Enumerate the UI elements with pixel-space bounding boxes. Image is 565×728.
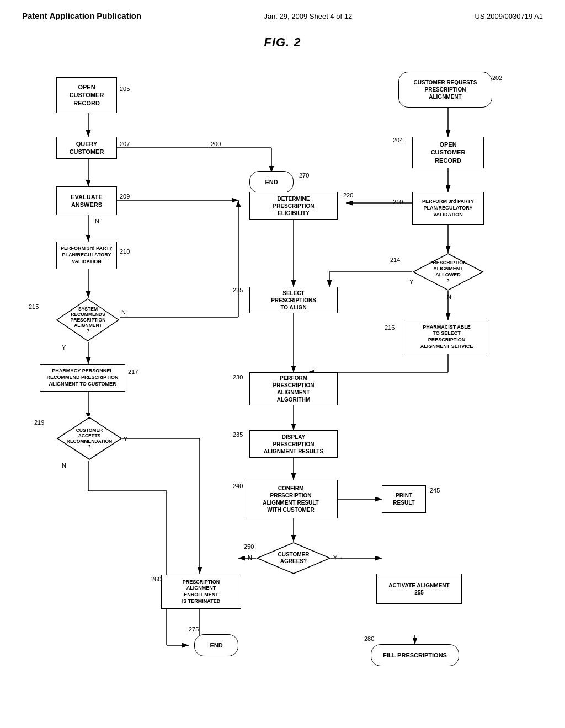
label-216: 216 bbox=[385, 324, 395, 331]
label-y-250: Y→ bbox=[333, 554, 343, 561]
diagram-area: 200 OPEN CUSTOMER RECORD 205 CUSTOMER RE… bbox=[29, 55, 536, 689]
label-202: 202 bbox=[492, 74, 502, 81]
label-270: 270 bbox=[299, 172, 309, 179]
label-n-215: N bbox=[121, 309, 126, 315]
label-245: 245 bbox=[430, 487, 440, 494]
label-219: 219 bbox=[34, 419, 44, 426]
node-205: OPEN CUSTOMER RECORD bbox=[56, 77, 117, 113]
label-235: 235 bbox=[233, 431, 243, 438]
node-215: SYSTEM RECOMMENDS PRESCRIPTION ALIGNMENT… bbox=[56, 298, 120, 342]
node-217: PHARMACY PERSONNEL RECOMMEND PRESCRIPTIO… bbox=[40, 364, 125, 392]
node-204: OPEN CUSTOMER RECORD bbox=[412, 137, 484, 168]
label-y-215: Y bbox=[62, 344, 66, 351]
node-230: PERFORM PRESCRIPTION ALIGNMENT ALGORITHM bbox=[249, 372, 338, 405]
label-n-214: N bbox=[447, 293, 451, 300]
label-220: 220 bbox=[343, 192, 353, 199]
figure-title: FIG. 2 bbox=[22, 35, 543, 50]
label-y-214: Y bbox=[409, 279, 413, 285]
label-250: 250 bbox=[244, 543, 254, 550]
node-214: PRESCRIPTION ALIGNMENT ALLOWED ? bbox=[412, 253, 484, 291]
header-patent-number: US 2009/0030719 A1 bbox=[475, 12, 543, 20]
node-210a: PERFORM 3rd PARTY PLAN/REGULATORY VALIDA… bbox=[412, 192, 484, 225]
label-210b: 210 bbox=[120, 248, 130, 255]
label-217: 217 bbox=[128, 368, 138, 375]
label-240: 240 bbox=[233, 483, 243, 489]
label-n-209: N bbox=[95, 218, 99, 224]
label-214: 214 bbox=[390, 256, 400, 263]
node-270: END bbox=[249, 171, 294, 193]
node-219: CUSTOMER ACCEPTS RECOMMENDATION ? bbox=[56, 416, 122, 461]
node-255: ACTIVATE ALIGNMENT 255 bbox=[376, 574, 462, 604]
label-210: 210 bbox=[393, 199, 403, 205]
label-209: 209 bbox=[120, 193, 130, 200]
label-260: 260 bbox=[151, 576, 161, 582]
node-250: CUSTOMER AGREES? bbox=[256, 542, 331, 575]
label-215: 215 bbox=[29, 303, 39, 310]
node-209: EVALUATE ANSWERS bbox=[56, 186, 117, 215]
label-204: 204 bbox=[393, 137, 403, 143]
header-publication-type: Patent Application Publication bbox=[22, 11, 141, 20]
label-y-219: Y bbox=[124, 436, 127, 442]
node-216: PHARMACIST ABLE TO SELECT PRESCRIPTION A… bbox=[404, 320, 489, 354]
node-235: DISPLAY PRESCRIPTION ALIGNMENT RESULTS bbox=[249, 430, 338, 458]
label-n-250: N bbox=[248, 554, 252, 561]
diagram-label-200: 200 bbox=[211, 141, 221, 147]
node-260: PRESCRIPTION ALIGNMENT ENROLLMENT IS TER… bbox=[161, 575, 241, 609]
node-280: FILL PRESCRIPTIONS bbox=[371, 644, 459, 666]
node-225: SELECT PRESCRIPTIONS TO ALIGN bbox=[249, 287, 338, 313]
node-275: END bbox=[194, 634, 238, 656]
label-280: 280 bbox=[364, 635, 374, 642]
label-225: 225 bbox=[233, 287, 243, 293]
header-date-sheet: Jan. 29, 2009 Sheet 4 of 12 bbox=[264, 12, 352, 20]
label-230: 230 bbox=[233, 374, 243, 381]
node-240: CONFIRM PRESCRIPTION ALIGNMENT RESULT WI… bbox=[244, 480, 338, 518]
node-207: QUERY CUSTOMER bbox=[56, 137, 117, 159]
label-205: 205 bbox=[120, 85, 130, 92]
node-210b: PERFORM 3rd PARTY PLAN/REGULATORY VALIDA… bbox=[56, 242, 117, 269]
node-245: PRINT RESULT bbox=[382, 485, 426, 513]
label-207: 207 bbox=[120, 141, 130, 147]
node-202: CUSTOMER REQUESTS PRESCRIPTION ALIGNMENT bbox=[398, 72, 492, 108]
page: Patent Application Publication Jan. 29, … bbox=[0, 0, 565, 728]
label-n-219: N bbox=[62, 462, 66, 469]
node-220: DETERMINE PRESCRIPTION ELIGIBILITY bbox=[249, 192, 338, 220]
label-275: 275 bbox=[189, 626, 199, 633]
page-header: Patent Application Publication Jan. 29, … bbox=[22, 11, 543, 24]
